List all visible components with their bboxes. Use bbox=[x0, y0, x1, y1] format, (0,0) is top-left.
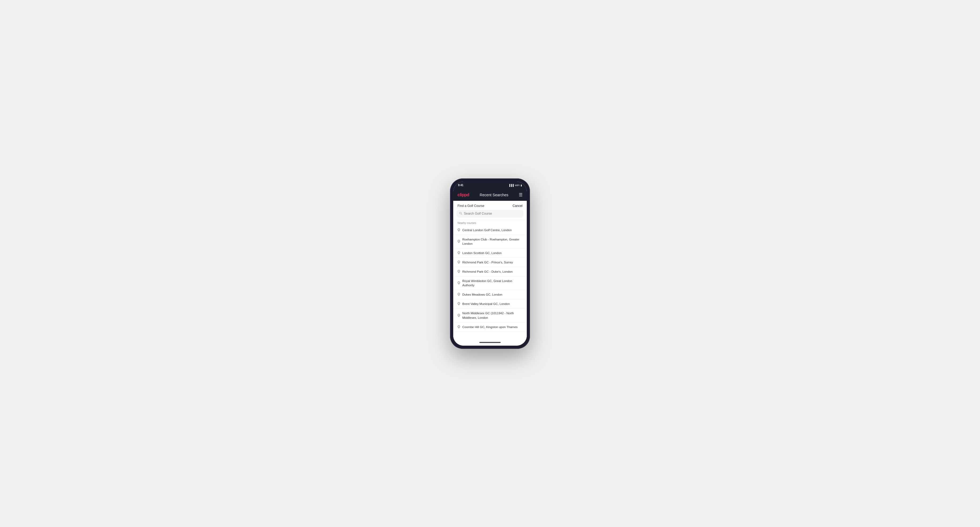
hamburger-menu-icon[interactable]: ☰ bbox=[519, 193, 522, 197]
course-name: Dukes Meadows GC, London bbox=[462, 292, 502, 297]
pin-icon bbox=[458, 240, 460, 244]
course-name: Roehampton Club - Roehampton, Greater Lo… bbox=[462, 237, 522, 246]
app-header: clippd Recent Searches ☰ bbox=[453, 189, 527, 201]
course-name: Brent Valley Municipal GC, London bbox=[462, 302, 510, 306]
pin-icon bbox=[458, 293, 460, 297]
course-list-item[interactable]: Royal Wimbledon GC, Great London Authori… bbox=[453, 276, 527, 290]
svg-point-3 bbox=[458, 240, 459, 241]
search-icon bbox=[459, 212, 462, 216]
svg-point-6 bbox=[458, 271, 459, 271]
nearby-section-label: Nearby courses bbox=[453, 220, 527, 225]
course-list-item[interactable]: Coombe Hill GC, Kingston upon Thames bbox=[453, 322, 527, 332]
svg-line-1 bbox=[461, 214, 462, 214]
home-bar bbox=[479, 342, 501, 343]
course-name: North Middlesex GC (1011942 - North Midd… bbox=[462, 311, 522, 319]
pin-icon bbox=[458, 314, 460, 318]
course-name: Central London Golf Centre, London bbox=[462, 228, 512, 232]
find-label: Find a Golf Course bbox=[458, 204, 484, 208]
svg-point-8 bbox=[458, 294, 459, 295]
svg-point-7 bbox=[458, 282, 459, 283]
pin-icon bbox=[458, 260, 460, 264]
course-name: Richmond Park GC - Prince's, Surrey bbox=[462, 260, 513, 264]
course-name: Royal Wimbledon GC, Great London Authori… bbox=[462, 279, 522, 287]
status-bar: 9:41 ▐▐▐ WiFi ▮ bbox=[453, 182, 527, 189]
course-name: Coombe Hill GC, Kingston upon Thames bbox=[462, 325, 518, 329]
cancel-button[interactable]: Cancel bbox=[513, 204, 522, 208]
course-list-item[interactable]: London Scottish GC, London bbox=[453, 248, 527, 258]
search-box bbox=[457, 210, 523, 217]
course-list-item[interactable]: Brent Valley Municipal GC, London bbox=[453, 299, 527, 309]
svg-point-2 bbox=[458, 229, 459, 230]
pin-icon bbox=[458, 302, 460, 306]
course-name: London Scottish GC, London bbox=[462, 251, 502, 255]
course-list-item[interactable]: Richmond Park GC - Prince's, Surrey bbox=[453, 258, 527, 267]
svg-point-9 bbox=[458, 303, 459, 304]
pin-icon bbox=[458, 270, 460, 274]
pin-icon bbox=[458, 325, 460, 329]
course-name: Richmond Park GC - Duke's, London bbox=[462, 270, 513, 274]
svg-point-11 bbox=[458, 326, 459, 327]
status-time: 9:41 bbox=[458, 184, 463, 187]
phone-frame: 9:41 ▐▐▐ WiFi ▮ clippd Recent Searches ☰… bbox=[450, 178, 530, 349]
search-container bbox=[453, 210, 527, 220]
phone-screen: 9:41 ▐▐▐ WiFi ▮ clippd Recent Searches ☰… bbox=[453, 182, 527, 346]
app-header-title: Recent Searches bbox=[480, 193, 508, 197]
signal-icon: ▐▐▐ bbox=[509, 184, 514, 187]
home-indicator bbox=[453, 339, 527, 346]
course-list-item[interactable]: Central London Golf Centre, London bbox=[453, 225, 527, 235]
app-logo: clippd bbox=[458, 192, 469, 197]
battery-icon: ▮ bbox=[521, 184, 522, 187]
course-list-item[interactable]: Dukes Meadows GC, London bbox=[453, 290, 527, 299]
pin-icon bbox=[458, 228, 460, 232]
course-list-item[interactable]: Roehampton Club - Roehampton, Greater Lo… bbox=[453, 235, 527, 248]
course-list: Central London Golf Centre, London Roeha… bbox=[453, 225, 527, 339]
svg-point-10 bbox=[458, 314, 459, 316]
search-input[interactable] bbox=[464, 212, 521, 216]
wifi-icon: WiFi bbox=[515, 184, 520, 187]
svg-point-4 bbox=[458, 252, 459, 253]
course-list-item[interactable]: North Middlesex GC (1011942 - North Midd… bbox=[453, 309, 527, 322]
pin-icon bbox=[458, 251, 460, 255]
course-list-item[interactable]: Richmond Park GC - Duke's, London bbox=[453, 267, 527, 276]
pin-icon bbox=[458, 281, 460, 285]
find-header: Find a Golf Course Cancel bbox=[453, 201, 527, 210]
status-icons: ▐▐▐ WiFi ▮ bbox=[509, 184, 522, 187]
content-area: Find a Golf Course Cancel Nearby courses bbox=[453, 201, 527, 339]
svg-point-5 bbox=[458, 261, 459, 262]
